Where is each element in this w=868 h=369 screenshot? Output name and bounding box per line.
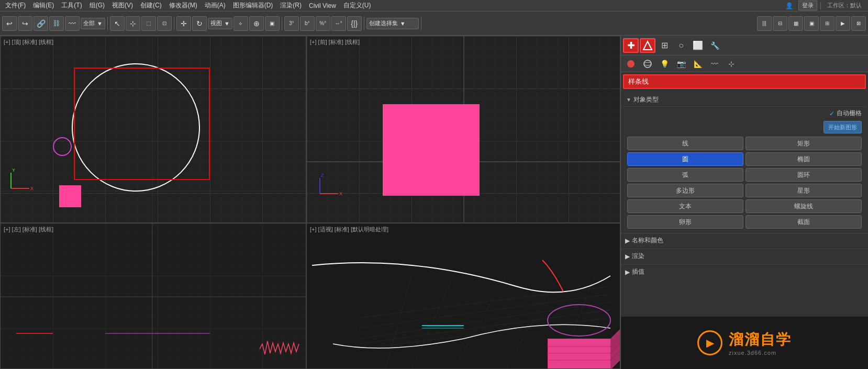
menu-customize[interactable]: 自定义(U) [340, 0, 374, 11]
align-btn[interactable]: {|} [347, 16, 362, 31]
left-grid [1, 223, 306, 368]
user-area: 👤 登录 工作区：默认 [782, 0, 866, 12]
shape-btn-egg[interactable]: 卵形 [627, 215, 743, 229]
svg-rect-28 [1, 223, 306, 368]
modify-tab-icon[interactable]: ⊞ [656, 38, 672, 53]
lasso-select-button[interactable]: ⊡ [157, 16, 172, 31]
menu-graph-editor[interactable]: 图形编辑器(D) [230, 0, 276, 11]
menu-edit[interactable]: 编辑(E) [30, 0, 57, 11]
shape-btn-ellipse[interactable]: 椭圆 [745, 152, 862, 166]
autogrid-checkbox[interactable]: ✓ 自动栅格 [829, 109, 862, 118]
angle-snap[interactable]: 3° [284, 16, 299, 31]
menu-tools[interactable]: 工具(T) [58, 0, 85, 11]
interpolation-header[interactable]: ▶ 插值 [621, 265, 868, 279]
svg-text:Z: Z [321, 173, 324, 178]
render-iter-btn[interactable]: ⊠ [851, 16, 866, 31]
hierarchy-tab-icon[interactable]: ○ [673, 38, 689, 53]
create-tab-icon[interactable]: ✚ [623, 38, 639, 53]
lights-icon[interactable]: 💡 [656, 57, 672, 71]
helpers-icon[interactable]: 📐 [690, 57, 706, 71]
select-move-button[interactable]: ⊹ [126, 16, 140, 31]
panel-icon-row-second: 💡 📷 📐 〰 ⊹ [621, 55, 868, 72]
shape-buttons-row1: 线 矩形 [623, 136, 866, 151]
start-new-shape-button[interactable]: 开始新图形 [824, 121, 862, 133]
menu-file[interactable]: 文件(F) [2, 0, 29, 11]
menu-modifiers[interactable]: 修改器(M) [166, 0, 201, 11]
shape-buttons-row2: 圆 椭圆 [623, 151, 866, 167]
view-dropdown[interactable]: 视图 ▼ [208, 18, 232, 29]
menu-view[interactable]: 视图(V) [109, 0, 136, 11]
sphere-icon[interactable] [640, 57, 655, 71]
render-header[interactable]: ▶ 渲染 [621, 249, 868, 263]
material-editor-btn[interactable]: ▦ [788, 16, 803, 31]
watermark: ▶ 溜溜自学 zixue.3d66.com [621, 317, 868, 369]
render-frame-btn[interactable]: ⊞ [820, 16, 834, 31]
viewport-front[interactable]: [+] [前] [标准] [线框] [306, 36, 620, 223]
redo-button[interactable]: ↪ [18, 16, 32, 31]
watermark-main-text: 溜溜自学 [729, 330, 792, 350]
graph-view-btn[interactable]: ||| [757, 16, 772, 31]
mirror[interactable]: ↔° [331, 16, 346, 31]
viewport-area: [+] [顶] [标准] [线框] [0, 36, 620, 369]
play-icon: ▶ [706, 337, 714, 349]
shape-btn-polygon[interactable]: 多边形 [627, 184, 743, 197]
name-color-header[interactable]: ▶ 名称和颜色 [621, 233, 868, 248]
geometry-tab-icon[interactable] [640, 38, 655, 53]
schematic-view-btn[interactable]: ⊟ [773, 16, 787, 31]
viewport-top[interactable]: [+] [顶] [标准] [线框] [0, 36, 306, 223]
spinner[interactable]: %° [316, 16, 330, 31]
shape-btn-line[interactable]: 线 [627, 137, 743, 150]
unlink-button[interactable]: ⛓️ [49, 16, 64, 31]
select-button[interactable]: ↖ [110, 16, 125, 31]
menu-bar: 文件(F) 编辑(E) 工具(T) 组(G) 视图(V) 创建(C) 修改器(M… [0, 0, 868, 12]
filter-dropdown[interactable]: 全部 ▼ [81, 18, 105, 29]
display-tab-icon[interactable]: 🔧 [707, 38, 722, 53]
viewport-persp[interactable]: [+] [适视] [标准] [默认明暗处理] [306, 223, 620, 369]
geometry-icon[interactable] [623, 57, 639, 71]
object-type-header[interactable]: ▼ 对象类型 [623, 93, 866, 107]
snap-toggle[interactable]: ⊕ [249, 16, 264, 31]
percent-snap[interactable]: b° [300, 16, 315, 31]
menu-create[interactable]: 创建(C) [137, 0, 165, 11]
shape-btn-helix[interactable]: 螺旋线 [745, 199, 862, 213]
menu-civil-view[interactable]: Civil View [306, 1, 339, 10]
rotate-button[interactable]: ↻ [192, 16, 207, 31]
shape-btn-rect[interactable]: 矩形 [745, 137, 862, 150]
shape-btn-circle[interactable]: 圆 [627, 152, 743, 166]
shape-btn-star[interactable]: 星形 [745, 184, 862, 197]
shape-btn-section[interactable]: 截面 [745, 215, 862, 229]
menu-animation[interactable]: 动画(A) [202, 0, 229, 11]
shape-buttons-row3: 弧 圆环 [623, 167, 866, 183]
link-button[interactable]: 🔗 [34, 16, 48, 31]
name-color-section: ▶ 名称和颜色 [621, 233, 868, 248]
shape-btn-donut[interactable]: 圆环 [745, 168, 862, 182]
menu-group[interactable]: 组(G) [86, 0, 108, 11]
svg-marker-55 [643, 41, 652, 50]
shape-btn-arc[interactable]: 弧 [627, 168, 743, 182]
shape-btn-text[interactable]: 文本 [627, 199, 743, 213]
login-button[interactable]: 登录 [798, 1, 817, 10]
camera-icon[interactable]: 📷 [673, 57, 689, 71]
render-setup-btn[interactable]: ▣ [804, 16, 819, 31]
menu-render[interactable]: 渲染(R) [277, 0, 305, 11]
bind-button[interactable]: 〰 [65, 16, 80, 31]
undo-button[interactable]: ↩ [2, 16, 17, 31]
snap-button[interactable]: ▣ [265, 16, 280, 31]
render-btn[interactable]: ▶ [836, 16, 850, 31]
spline-label[interactable]: 样条线 [623, 74, 866, 89]
render-label: 渲染 [632, 252, 644, 261]
small-purple-circle [53, 137, 72, 156]
create-select-set[interactable]: 创建选择集 ▼ [366, 18, 419, 29]
viewport-left[interactable]: [+] [左] [标准] [线框] [0, 223, 306, 369]
scale-button[interactable]: ⟡ [233, 16, 248, 31]
rect-select-button[interactable]: ⬚ [141, 16, 156, 31]
spacewarp-icon[interactable]: 〰 [707, 57, 722, 71]
systems-icon[interactable]: ⊹ [724, 57, 739, 71]
shape-buttons-row5: 文本 螺旋线 [623, 198, 866, 214]
interpolation-label: 插值 [632, 267, 644, 276]
utils-tab-icon[interactable] [724, 38, 739, 53]
move-button[interactable]: ✛ [176, 16, 191, 31]
motion-tab-icon[interactable]: ⬜ [690, 38, 706, 53]
autogrid-label: 自动栅格 [837, 109, 862, 118]
pink-rect-large [383, 104, 480, 196]
